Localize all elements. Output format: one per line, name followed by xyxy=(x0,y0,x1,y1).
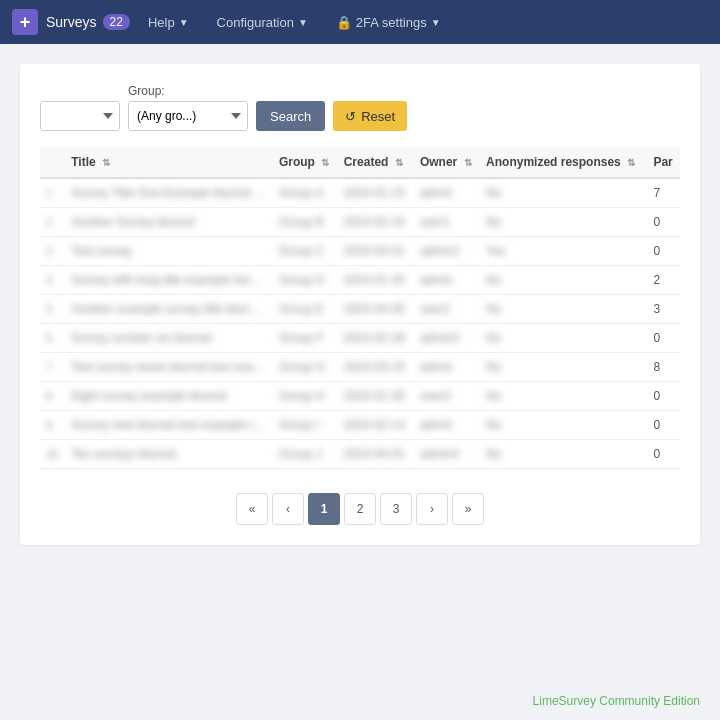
page-prev-button[interactable]: ‹ xyxy=(272,493,304,525)
surveys-nav-item: Surveys 22 xyxy=(46,14,130,30)
row-owner: user1 xyxy=(414,208,480,237)
row-par: 0 xyxy=(647,411,680,440)
row-title[interactable]: Ten surveys blurred xyxy=(65,440,273,469)
col-owner[interactable]: Owner ⇅ xyxy=(414,147,480,178)
add-survey-button[interactable]: + xyxy=(12,9,38,35)
col-anon[interactable]: Anonymized responses ⇅ xyxy=(480,147,647,178)
main-content: Group: (Any gro...) Search ↺ Reset Title… xyxy=(20,64,700,545)
row-anon: No xyxy=(480,353,647,382)
col-created[interactable]: Created ⇅ xyxy=(338,147,414,178)
created-sort-icon: ⇅ xyxy=(395,157,403,168)
row-group: Group I xyxy=(273,411,338,440)
row-group: Group A xyxy=(273,178,338,208)
page-next-button[interactable]: › xyxy=(416,493,448,525)
page-last-button[interactable]: » xyxy=(452,493,484,525)
row-owner: admin xyxy=(414,353,480,382)
row-title[interactable]: Test survey xyxy=(65,237,273,266)
row-anon: No xyxy=(480,382,647,411)
row-owner: user3 xyxy=(414,382,480,411)
surveys-label: Surveys xyxy=(46,14,97,30)
surveys-count-badge: 22 xyxy=(103,14,130,30)
row-num: 10 xyxy=(40,440,65,469)
row-created: 2024-02-10 xyxy=(338,208,414,237)
col-group[interactable]: Group ⇅ xyxy=(273,147,338,178)
table-row[interactable]: 3Test surveyGroup C2024-03-01admin2Yes0 xyxy=(40,237,680,266)
twofa-menu[interactable]: 🔒 2FA settings ▼ xyxy=(326,0,451,44)
page-3-button[interactable]: 3 xyxy=(380,493,412,525)
row-anon: No xyxy=(480,266,647,295)
row-owner: admin xyxy=(414,266,480,295)
group-sort-icon: ⇅ xyxy=(321,157,329,168)
table-row[interactable]: 4Survey with long title example here blu… xyxy=(40,266,680,295)
anon-sort-icon: ⇅ xyxy=(627,157,635,168)
search-button[interactable]: Search xyxy=(256,101,325,131)
table-row[interactable]: 7Test survey seven blurred text example … xyxy=(40,353,680,382)
row-par: 8 xyxy=(647,353,680,382)
row-par: 0 xyxy=(647,440,680,469)
row-title[interactable]: Test survey seven blurred text example h… xyxy=(65,353,273,382)
footer: LimeSurvey Community Edition xyxy=(533,694,700,708)
row-title[interactable]: Survey nine blurred text example long ti… xyxy=(65,411,273,440)
row-group: Group F xyxy=(273,324,338,353)
row-title[interactable]: Survey with long title example here blur… xyxy=(65,266,273,295)
row-title[interactable]: Eight survey example blurred xyxy=(65,382,273,411)
row-title[interactable]: Another Survey blurred xyxy=(65,208,273,237)
row-title[interactable]: Survey number six blurred xyxy=(65,324,273,353)
row-num: 6 xyxy=(40,324,65,353)
pagination: « ‹ 1 2 3 › » xyxy=(40,493,680,525)
col-title[interactable]: Title ⇅ xyxy=(65,147,273,178)
filter-bar: Group: (Any gro...) Search ↺ Reset xyxy=(40,84,680,131)
table-row[interactable]: 6Survey number six blurredGroup F2024-02… xyxy=(40,324,680,353)
row-anon: No xyxy=(480,178,647,208)
row-title[interactable]: Another example survey title blurred tex… xyxy=(65,295,273,324)
row-created: 2024-02-28 xyxy=(338,324,414,353)
col-par[interactable]: Par xyxy=(647,147,680,178)
row-num: 1 xyxy=(40,178,65,208)
row-group: Group E xyxy=(273,295,338,324)
title-filter-select[interactable] xyxy=(40,101,120,131)
row-num: 9 xyxy=(40,411,65,440)
config-chevron-icon: ▼ xyxy=(298,17,308,28)
twofa-chevron-icon: ▼ xyxy=(431,17,441,28)
surveys-table: Title ⇅ Group ⇅ Created ⇅ Owner ⇅ xyxy=(40,147,680,469)
row-title[interactable]: Survey Title One Example blurred text he… xyxy=(65,178,273,208)
twofa-label: 2FA settings xyxy=(356,15,427,30)
row-num: 2 xyxy=(40,208,65,237)
col-num xyxy=(40,147,65,178)
page-2-button[interactable]: 2 xyxy=(344,493,376,525)
row-par: 3 xyxy=(647,295,680,324)
navbar: + Surveys 22 Help ▼ Configuration ▼ 🔒 2F… xyxy=(0,0,720,44)
table-row[interactable]: 10Ten surveys blurredGroup J2024-04-01ad… xyxy=(40,440,680,469)
page-1-button[interactable]: 1 xyxy=(308,493,340,525)
row-num: 4 xyxy=(40,266,65,295)
row-anon: No xyxy=(480,324,647,353)
row-num: 8 xyxy=(40,382,65,411)
table-row[interactable]: 5Another example survey title blurred te… xyxy=(40,295,680,324)
group-filter-select[interactable]: (Any gro...) xyxy=(128,101,248,131)
row-par: 0 xyxy=(647,208,680,237)
row-group: Group B xyxy=(273,208,338,237)
reset-label: Reset xyxy=(361,109,395,124)
help-chevron-icon: ▼ xyxy=(179,17,189,28)
configuration-menu[interactable]: Configuration ▼ xyxy=(207,0,318,44)
row-owner: admin3 xyxy=(414,324,480,353)
row-anon: No xyxy=(480,208,647,237)
table-row[interactable]: 8Eight survey example blurredGroup H2024… xyxy=(40,382,680,411)
table-row[interactable]: 9Survey nine blurred text example long t… xyxy=(40,411,680,440)
table-row[interactable]: 2Another Survey blurredGroup B2024-02-10… xyxy=(40,208,680,237)
page-first-button[interactable]: « xyxy=(236,493,268,525)
row-owner: admin2 xyxy=(414,237,480,266)
row-group: Group D xyxy=(273,266,338,295)
row-par: 0 xyxy=(647,382,680,411)
surveys-table-wrapper: Title ⇅ Group ⇅ Created ⇅ Owner ⇅ xyxy=(40,147,680,469)
row-group: Group H xyxy=(273,382,338,411)
row-created: 2024-02-14 xyxy=(338,411,414,440)
reset-button[interactable]: ↺ Reset xyxy=(333,101,407,131)
row-created: 2024-03-15 xyxy=(338,353,414,382)
row-group: Group G xyxy=(273,353,338,382)
table-header: Title ⇅ Group ⇅ Created ⇅ Owner ⇅ xyxy=(40,147,680,178)
help-menu[interactable]: Help ▼ xyxy=(138,0,199,44)
row-num: 3 xyxy=(40,237,65,266)
table-row[interactable]: 1Survey Title One Example blurred text h… xyxy=(40,178,680,208)
table-body: 1Survey Title One Example blurred text h… xyxy=(40,178,680,469)
